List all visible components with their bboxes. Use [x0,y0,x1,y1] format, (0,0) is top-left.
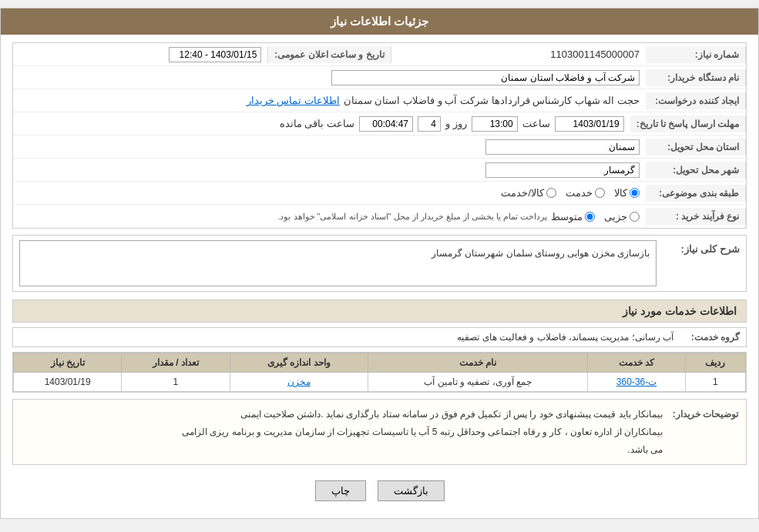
purchase-motavaset-radio[interactable] [585,212,595,222]
purchase-motavaset[interactable]: متوسط [551,211,595,223]
announce-datetime-value [13,44,267,65]
city-label: شهر محل تحویل: [646,162,746,179]
service-section-title: اطلاعات خدمات مورد نیاز [12,299,747,323]
need-description-label: شرح کلی نیاز: [663,240,740,255]
city-value [13,159,646,181]
purchase-jozi-radio[interactable] [630,212,640,222]
deadline-days-label: روز و [445,118,467,129]
need-number-value: 1103001145000007 [391,45,646,63]
category-kala-radio[interactable] [630,188,640,198]
province-value [13,136,646,158]
need-number-text: 1103001145000007 [550,49,640,60]
purchase-type-note: پرداخت تمام یا بخشی از مبلغ خریدار از مح… [277,212,547,222]
creator-row: ایجاد کننده درخواست: حجت اله شهاب کارشنا… [13,89,746,112]
col-row-num: ردیف [685,353,745,373]
category-kala-khedmat-radio[interactable] [546,188,556,198]
category-kala[interactable]: کالا [614,187,640,199]
services-table: ردیف کد خدمت نام خدمت واحد اندازه گیری ت… [13,353,746,392]
category-kala-khedmat-label: کالا/خدمت [501,187,544,199]
category-khedmat-label: خدمت [566,187,593,199]
deadline-time-label: ساعت [522,118,550,129]
announce-datetime-label: تاریخ و ساعت اعلان عمومی: [267,46,391,63]
buyer-notes-label: توضیحات خریدار: [669,406,738,423]
cell-service-name: جمع آوری، تصفیه و تامین آب [368,373,588,392]
notes-line3: می باشد. [21,441,663,459]
back-button[interactable]: بازگشت [378,480,445,501]
cell-quantity: 1 [122,373,230,392]
services-table-wrapper: ردیف کد خدمت نام خدمت واحد اندازه گیری ت… [12,352,747,393]
category-label: طبقه بندی موضوعی: [646,185,746,202]
notes-line2: بیمانکاران از اداره تعاون ، کار و رفاه ا… [21,423,663,441]
category-khedmat-radio[interactable] [595,188,605,198]
purchase-jozi-label: جزیی [604,211,627,223]
province-row: استان محل تحویل: [13,136,746,159]
cell-unit: مخزن [230,373,368,392]
need-description-text: بازسازی مخزن هوایی روستای سلمان شهرستان … [19,240,657,286]
col-service-name: نام خدمت [368,353,588,373]
category-row: طبقه بندی موضوعی: کالا خدمت [13,182,746,205]
col-date: تاریخ نیاز [14,353,122,373]
deadline-time-input[interactable] [472,116,518,132]
deadline-days-input[interactable] [418,116,441,132]
service-group-value: آب رسانی؛ مدیریت پسماند، فاضلاب و فعالیت… [19,332,673,343]
purchase-type-row: نوع فرآیند خرید : جزیی متوسط [13,205,746,228]
table-header-row: ردیف کد خدمت نام خدمت واحد اندازه گیری ت… [14,353,746,373]
city-row: شهر محل تحویل: [13,159,746,182]
buyer-org-label: نام دستگاه خریدار: [646,69,746,86]
deadline-row: مهلت ارسال پاسخ تا تاریخ: ساعت روز و ساع… [13,112,746,136]
city-input[interactable] [485,162,640,178]
deadline-value: ساعت روز و ساعت باقی مانده [13,113,630,135]
category-kala-khedmat[interactable]: کالا/خدمت [501,187,556,199]
creator-value: حجت اله شهاب کارشناس قراردادها شرکت آب و… [13,92,646,109]
buyer-notes-section: توضیحات خریدار: بیمانکار باید قیمت پیشنه… [12,399,747,465]
need-description-wrapper: بازسازی مخزن هوایی روستای سلمان شهرستان … [19,240,657,286]
need-number-row: شماره نیاز: 1103001145000007 تاریخ و ساع… [13,43,746,66]
category-kala-label: کالا [614,187,627,199]
service-group-label: گروه خدمت: [678,332,740,343]
page-header: جزئیات اطلاعات نیاز [1,8,758,35]
province-input[interactable] [485,139,640,155]
service-group-row: گروه خدمت: آب رسانی؛ مدیریت پسماند، فاضل… [12,327,747,347]
unit-link[interactable]: مخزن [287,376,311,387]
service-code-link[interactable]: ت-36-360 [616,376,657,387]
deadline-label: مهلت ارسال پاسخ تا تاریخ: [630,115,746,132]
notes-line1: بیمانکار باید قیمت پیشنهادی خود را پس از… [21,406,663,423]
buyer-notes-content: بیمانکار باید قیمت پیشنهادی خود را پس از… [21,406,663,458]
buyer-org-value [13,67,646,89]
action-buttons: بازگشت چاپ [12,471,747,510]
cell-date: 1403/01/19 [14,373,122,392]
purchase-jozi[interactable]: جزیی [604,211,640,223]
province-label: استان محل تحویل: [646,139,746,156]
purchase-type-label: نوع فرآیند خرید : [646,208,746,225]
need-number-label: شماره نیاز: [646,46,746,63]
buyer-org-input[interactable] [331,70,640,85]
col-service-code: کد خدمت [588,353,685,373]
creator-label: ایجاد کننده درخواست: [646,92,746,109]
main-form-section: شماره نیاز: 1103001145000007 تاریخ و ساع… [12,42,747,229]
deadline-date-input[interactable] [555,116,624,132]
cell-row-num: 1 [685,373,745,392]
print-button[interactable]: چاپ [315,480,366,501]
table-row: 1 ت-36-360 جمع آوری، تصفیه و تامین آب مخ… [14,373,746,392]
deadline-remaining-label: ساعت باقی مانده [280,118,354,129]
purchase-type-value: جزیی متوسط پرداخت تمام یا بخشی از مبلغ خ… [13,208,646,226]
need-description-section: شرح کلی نیاز: بازسازی مخزن هوایی روستای … [12,235,747,292]
creator-contact-link[interactable]: اطلاعات تماس خریدار [247,95,340,106]
col-quantity: تعداد / مقدار [122,353,230,373]
category-khedmat[interactable]: خدمت [566,187,605,199]
purchase-motavaset-label: متوسط [551,211,583,223]
col-unit: واحد اندازه گیری [230,353,368,373]
announce-datetime-input[interactable] [169,47,261,62]
page-title: جزئیات اطلاعات نیاز [331,15,428,28]
deadline-remaining-input[interactable] [359,116,413,132]
cell-service-code: ت-36-360 [588,373,685,392]
buyer-org-row: نام دستگاه خریدار: [13,66,746,89]
creator-name-text: حجت اله شهاب کارشناس قراردادها شرکت آب و… [344,95,640,106]
category-value: کالا خدمت کالا/خدمت [13,184,646,202]
